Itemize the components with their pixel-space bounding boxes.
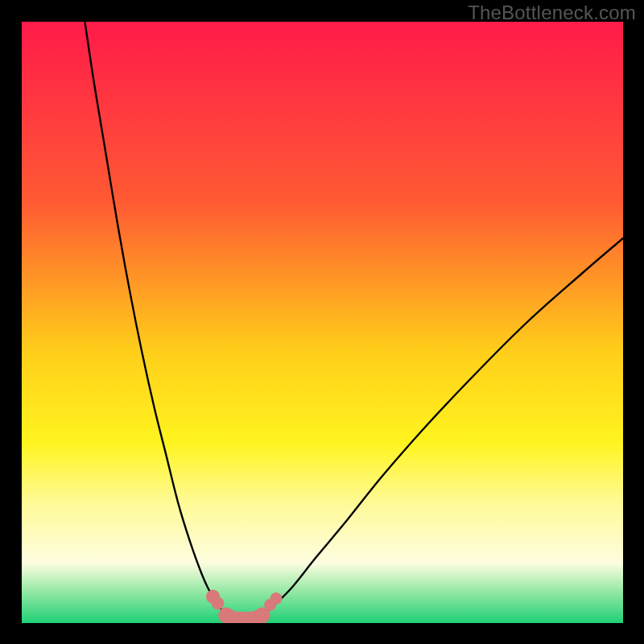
watermark-text: TheBottleneck.com <box>468 2 636 24</box>
highlight-dot <box>212 597 225 610</box>
highlight-dot <box>270 592 283 605</box>
gradient-background <box>22 22 623 623</box>
chart-frame: TheBottleneck.com <box>0 0 644 644</box>
bottleneck-chart <box>22 22 623 623</box>
